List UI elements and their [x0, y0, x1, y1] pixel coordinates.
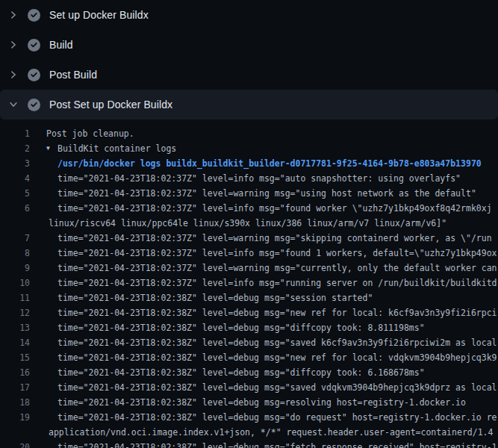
line-number[interactable]: 18: [0, 395, 30, 410]
log-line: 8time="2021-04-23T18:02:37Z" level=info …: [0, 246, 498, 261]
step-label: Post Build: [49, 69, 97, 81]
line-number[interactable]: 15: [0, 350, 30, 365]
chevron-right-icon[interactable]: [7, 9, 19, 21]
log-line: 6time="2021-04-23T18:02:37Z" level=info …: [0, 201, 498, 216]
step-label: Post Set up Docker Buildx: [49, 99, 172, 111]
log-line: 19time="2021-04-23T18:02:38Z" level=debu…: [0, 410, 498, 425]
line-number[interactable]: 3: [0, 156, 30, 171]
log-line-wrapped-text: application/vnd.oci.image.index.v1+json,…: [49, 425, 493, 440]
log-line-text: time="2021-04-23T18:02:37Z" level=warnin…: [57, 186, 476, 201]
line-number[interactable]: 8: [0, 246, 30, 261]
log-line-text: time="2021-04-23T18:02:38Z" level=debug …: [57, 380, 497, 395]
line-number[interactable]: 10: [0, 276, 30, 290]
log-line: 1Post job cleanup.: [0, 126, 498, 141]
log-line-text: time="2021-04-23T18:02:38Z" level=debug …: [57, 440, 497, 448]
line-number[interactable]: 13: [0, 320, 30, 335]
chevron-right-icon[interactable]: [7, 39, 19, 51]
line-number[interactable]: 16: [0, 365, 30, 380]
log-line: 13time="2021-04-23T18:02:38Z" level=debu…: [0, 320, 498, 335]
check-circle-icon: [28, 99, 40, 111]
log-line: 17time="2021-04-23T18:02:38Z" level=debu…: [0, 380, 498, 395]
line-number[interactable]: 4: [0, 171, 30, 186]
log-line-text: time="2021-04-23T18:02:37Z" level=warnin…: [57, 261, 497, 276]
steps-list: Set up Docker Buildx Build Post Build: [0, 0, 498, 119]
log-line: 20time="2021-04-23T18:02:38Z" level=debu…: [0, 440, 498, 448]
log-line: 7time="2021-04-23T18:02:37Z" level=warni…: [0, 231, 498, 246]
log-line-text: time="2021-04-23T18:02:38Z" level=debug …: [57, 350, 497, 365]
log-line: 10time="2021-04-23T18:02:37Z" level=info…: [0, 276, 498, 290]
log-line-text: time="2021-04-23T18:02:38Z" level=debug …: [57, 395, 466, 410]
log-line-text: time="2021-04-23T18:02:37Z" level=info m…: [57, 246, 497, 261]
log-line: 14time="2021-04-23T18:02:38Z" level=debu…: [0, 335, 498, 350]
step-row-post-set-up-docker-buildx[interactable]: Post Set up Docker Buildx: [0, 90, 498, 119]
line-number[interactable]: 11: [0, 290, 30, 305]
log-line-continuation: application/vnd.oci.image.index.v1+json,…: [0, 425, 498, 440]
chevron-right-icon[interactable]: [7, 69, 19, 81]
line-number[interactable]: 19: [0, 410, 30, 425]
log-line-text: time="2021-04-23T18:02:38Z" level=debug …: [57, 320, 425, 335]
line-number[interactable]: 2: [0, 141, 30, 156]
line-number[interactable]: 9: [0, 261, 30, 276]
step-row-post-build[interactable]: Post Build: [0, 60, 498, 90]
log-line-continuation: linux/riscv64 linux/ppc64le linux/s390x …: [0, 216, 498, 231]
log-line: 2▼BuildKit container logs: [0, 141, 498, 156]
line-number[interactable]: 5: [0, 186, 30, 201]
step-label: Build: [49, 39, 73, 51]
log-line: 5time="2021-04-23T18:02:37Z" level=warni…: [0, 186, 498, 201]
log-line-text: time="2021-04-23T18:02:37Z" level=info m…: [57, 201, 492, 216]
log-line: 15time="2021-04-23T18:02:38Z" level=debu…: [0, 350, 498, 365]
check-circle-icon: [28, 39, 40, 52]
log-line-text: time="2021-04-23T18:02:38Z" level=debug …: [57, 410, 497, 425]
log-line: 4time="2021-04-23T18:02:37Z" level=info …: [0, 171, 498, 186]
log-line-text: time="2021-04-23T18:02:38Z" level=debug …: [57, 365, 425, 380]
line-number[interactable]: 12: [0, 305, 30, 320]
chevron-down-icon[interactable]: [7, 99, 19, 111]
line-number[interactable]: 14: [0, 335, 30, 350]
log-line: 18time="2021-04-23T18:02:38Z" level=debu…: [0, 395, 498, 410]
log-line-text: time="2021-04-23T18:02:38Z" level=debug …: [57, 305, 497, 320]
group-collapse-triangle-icon[interactable]: ▼: [46, 141, 57, 156]
check-circle-icon: [28, 69, 40, 81]
log-line-wrapped-text: linux/riscv64 linux/ppc64le linux/s390x …: [49, 216, 446, 231]
log-line: 12time="2021-04-23T18:02:38Z" level=debu…: [0, 305, 498, 320]
log-line: 11time="2021-04-23T18:02:38Z" level=debu…: [0, 290, 498, 305]
log-line-text: time="2021-04-23T18:02:37Z" level=info m…: [57, 171, 461, 186]
log-line: 3/usr/bin/docker logs buildx_buildkit_bu…: [0, 156, 498, 171]
line-number[interactable]: 1: [0, 126, 30, 141]
line-number[interactable]: 7: [0, 231, 30, 246]
log-line-text: time="2021-04-23T18:02:37Z" level=warnin…: [57, 231, 492, 246]
log-group-label[interactable]: BuildKit container logs: [57, 141, 176, 156]
log-output: 1Post job cleanup.2▼BuildKit container l…: [0, 119, 498, 448]
line-number[interactable]: 6: [0, 201, 30, 216]
command-text: /usr/bin/docker logs buildx_buildkit_bui…: [57, 156, 482, 171]
log-line-text: Post job cleanup.: [46, 126, 134, 141]
log-line-text: time="2021-04-23T18:02:38Z" level=debug …: [57, 290, 373, 305]
log-line-text: time="2021-04-23T18:02:37Z" level=info m…: [57, 276, 497, 290]
step-label: Set up Docker Buildx: [49, 9, 149, 21]
step-row-set-up-docker-buildx[interactable]: Set up Docker Buildx: [0, 0, 498, 30]
log-line-text: time="2021-04-23T18:02:38Z" level=debug …: [57, 335, 497, 350]
log-line: 9time="2021-04-23T18:02:37Z" level=warni…: [0, 261, 498, 276]
actions-log-viewer: Set up Docker Buildx Build Post Build: [0, 0, 498, 448]
step-row-build[interactable]: Build: [0, 30, 498, 60]
line-number[interactable]: 17: [0, 380, 30, 395]
line-number[interactable]: 20: [0, 440, 30, 448]
check-circle-icon: [28, 9, 40, 22]
log-line: 16time="2021-04-23T18:02:38Z" level=debu…: [0, 365, 498, 380]
